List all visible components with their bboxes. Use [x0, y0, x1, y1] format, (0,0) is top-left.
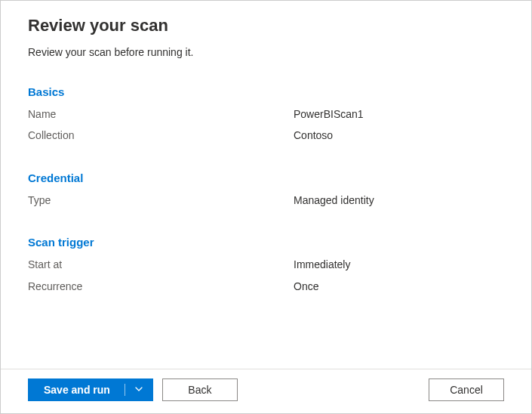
field-row-type: Type Managed identity [28, 192, 504, 209]
review-panel-content: Review your scan Review your scan before… [1, 1, 531, 369]
split-button-divider [125, 378, 125, 401]
field-row-name: Name PowerBIScan1 [28, 106, 504, 122]
back-button[interactable]: Back [162, 378, 238, 401]
field-label-collection: Collection [28, 127, 294, 144]
save-and-run-dropdown-button[interactable] [125, 378, 153, 401]
save-and-run-button[interactable]: Save and run [28, 378, 125, 401]
field-value-recurrence: Once [294, 278, 504, 295]
field-label-name: Name [28, 106, 294, 122]
save-and-run-split-button[interactable]: Save and run [28, 378, 153, 401]
section-credential: Credential Type Managed identity [28, 171, 504, 209]
cancel-button[interactable]: Cancel [429, 378, 504, 401]
section-basics: Basics Name PowerBIScan1 Collection Cont… [28, 85, 504, 144]
footer-bar: Save and run Back Cancel [1, 369, 531, 413]
field-row-collection: Collection Contoso [28, 127, 504, 144]
field-label-start-at: Start at [28, 256, 294, 273]
section-scan-trigger: Scan trigger Start at Immediately Recurr… [28, 236, 504, 295]
field-value-name: PowerBIScan1 [294, 106, 504, 122]
field-value-start-at: Immediately [294, 256, 504, 273]
field-row-start-at: Start at Immediately [28, 256, 504, 273]
section-heading-scan-trigger: Scan trigger [28, 236, 504, 249]
page-subtitle: Review your scan before running it. [28, 46, 504, 58]
field-value-type: Managed identity [294, 192, 504, 209]
field-label-recurrence: Recurrence [28, 278, 294, 295]
field-value-collection: Contoso [294, 127, 504, 144]
chevron-down-icon [134, 384, 143, 396]
field-label-type: Type [28, 192, 294, 209]
page-title: Review your scan [28, 16, 504, 36]
field-row-recurrence: Recurrence Once [28, 278, 504, 295]
section-heading-basics: Basics [28, 85, 504, 98]
section-heading-credential: Credential [28, 171, 504, 184]
